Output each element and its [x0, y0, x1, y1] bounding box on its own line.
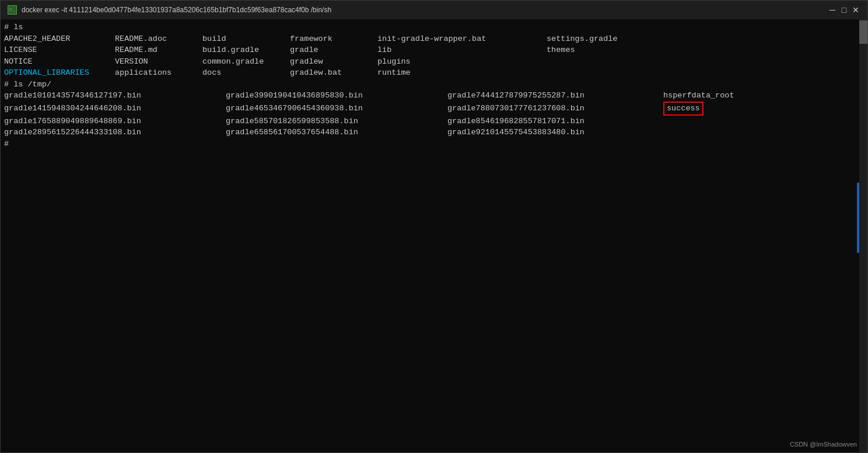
title-bar-left: >_ docker exec -it 4111214be0d0477b4fe13…: [8, 5, 331, 15]
ls-row-4: OPTIONAL_LIBRARIESapplicationsdocsgradle…: [4, 67, 864, 79]
final-prompt: #: [4, 138, 864, 150]
minimize-button[interactable]: ─: [828, 5, 837, 15]
watermark: CSDN @ImShadowven: [790, 440, 857, 449]
scrollbar[interactable]: [859, 19, 867, 452]
blue-bar-decoration: [857, 183, 859, 253]
maximize-button[interactable]: □: [839, 5, 849, 15]
tmp-row-2: gradle1415948304244646208.bingradle46534…: [4, 102, 864, 116]
tmp-row-4: gradle2895615226444333108.bingradle65856…: [4, 127, 864, 138]
terminal-icon: >_: [8, 5, 17, 15]
window-title: docker exec -it 4111214be0d0477b4fe13301…: [22, 6, 331, 14]
window-controls[interactable]: ─ □ ✕: [828, 5, 860, 15]
terminal-body[interactable]: # ls APACHE2_HEADERREADME.adocbuildframe…: [1, 19, 867, 452]
title-bar: >_ docker exec -it 4111214be0d0477b4fe13…: [1, 1, 867, 19]
ls-row-3: NOTICEVERSIONcommon.gradlegradlewplugins: [4, 56, 864, 68]
terminal-content: # ls APACHE2_HEADERREADME.adocbuildframe…: [4, 22, 864, 149]
close-button[interactable]: ✕: [851, 5, 860, 15]
scrollbar-thumb[interactable]: [859, 20, 867, 44]
ls-row-2: LICENSEREADME.mdbuild.gradlegradlelibthe…: [4, 44, 864, 56]
tmp-row-1: gradle10101435743461271​97.bingradle3990…: [4, 90, 864, 102]
tmp-row-3: gradle1765889049889648869.bingradle58570…: [4, 116, 864, 127]
ls-row-1: APACHE2_HEADERREADME.adocbuildframeworki…: [4, 33, 864, 45]
ls-tmp-command: # ls /tmp/: [4, 79, 864, 90]
ls-command: # ls: [4, 22, 864, 33]
terminal-window: >_ docker exec -it 4111214be0d0477b4fe13…: [0, 0, 868, 453]
success-badge: success: [663, 102, 704, 116]
